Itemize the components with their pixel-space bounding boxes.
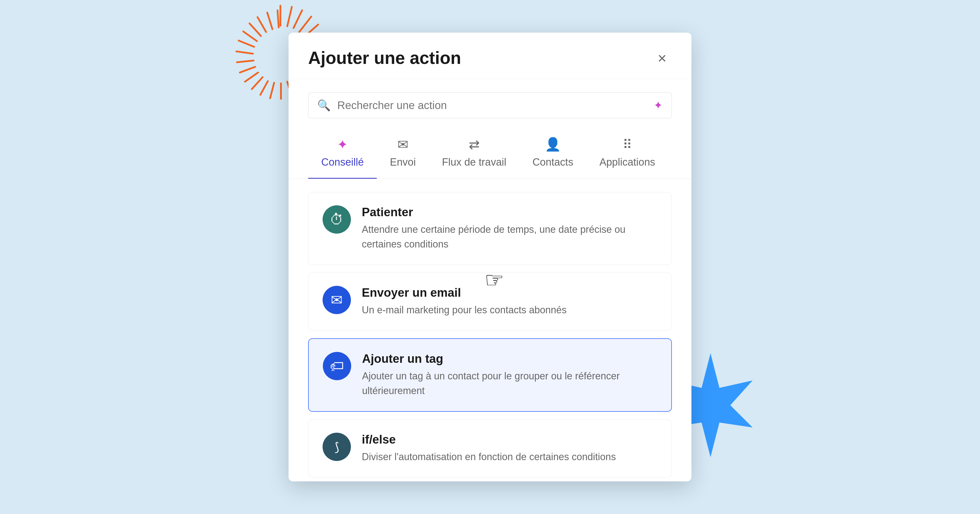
svg-line-21 (239, 41, 254, 47)
modal-header: Ajouter une action × (288, 33, 692, 79)
email-title: Envoyer un email (362, 286, 566, 300)
svg-line-22 (243, 32, 257, 41)
action-envoyer-email[interactable]: ✉ Envoyer un email Un e-mail marketing p… (308, 273, 672, 331)
tag-text: Ajouter un tag Ajouter un tag à un conta… (362, 352, 657, 398)
svg-line-14 (270, 83, 274, 98)
svg-line-25 (267, 13, 272, 29)
svg-line-2 (293, 10, 302, 28)
svg-line-23 (250, 24, 261, 36)
search-icon: 🔍 (317, 99, 331, 112)
tag-desc: Ajouter un tag à un contact pour le grou… (362, 369, 657, 398)
tab-applications-label: Applications (600, 156, 655, 168)
tag-icon: 🏷 (323, 352, 351, 380)
tab-conseille[interactable]: ✦ Conseillé (308, 132, 377, 179)
tab-contacts-label: Contacts (533, 156, 573, 168)
tab-contacts-icon: 👤 (545, 137, 561, 152)
tag-title: Ajouter un tag (362, 352, 657, 365)
tab-envoi-icon: ✉ (398, 137, 408, 152)
action-ifelse[interactable]: ⟆ if/else Diviser l'automatisation en fo… (308, 419, 672, 478)
patienter-icon: ⏱ (323, 205, 351, 233)
tab-conseille-label: Conseillé (321, 156, 364, 168)
tab-flux[interactable]: ⇄ Flux de travail (429, 132, 519, 179)
search-wrapper: 🔍 ✦ (308, 92, 672, 118)
tab-flux-icon: ⇄ (469, 137, 480, 152)
tab-applications[interactable]: ⠿ Applications (586, 132, 668, 179)
email-text: Envoyer un email Un e-mail marketing pou… (362, 286, 566, 317)
ifelse-title: if/else (362, 433, 616, 446)
email-desc: Un e-mail marketing pour les contacts ab… (362, 303, 566, 317)
ifelse-desc: Diviser l'automatisation en fonction de … (362, 449, 616, 464)
svg-line-17 (245, 73, 258, 82)
svg-line-1 (287, 7, 292, 26)
action-patienter[interactable]: ⏱ Patienter Attendre une certaine périod… (308, 192, 672, 265)
search-container: 🔍 ✦ (288, 79, 692, 118)
modal-dialog: Ajouter une action × 🔍 ✦ ✦ Conseillé ✉ E… (288, 33, 692, 481)
ifelse-icon: ⟆ (323, 433, 351, 461)
tab-envoi-label: Envoi (390, 156, 416, 168)
tabs-container: ✦ Conseillé ✉ Envoi ⇄ Flux de travail 👤 … (288, 118, 692, 179)
tab-contacts[interactable]: 👤 Contacts (519, 132, 586, 179)
svg-line-15 (261, 81, 268, 95)
patienter-title: Patienter (362, 205, 657, 219)
tab-conseille-icon: ✦ (337, 137, 348, 152)
ifelse-text: if/else Diviser l'automatisation en fonc… (362, 433, 616, 464)
actions-list: ⏱ Patienter Attendre une certaine périod… (288, 179, 692, 481)
svg-line-19 (237, 61, 253, 62)
patienter-desc: Attendre une certaine période de temps, … (362, 222, 657, 252)
close-button[interactable]: × (652, 48, 672, 68)
tab-envoi[interactable]: ✉ Envoi (377, 132, 429, 179)
svg-line-24 (258, 17, 266, 32)
svg-line-18 (240, 67, 255, 73)
tab-applications-icon: ⠿ (622, 137, 632, 152)
svg-line-16 (252, 77, 263, 89)
ai-magic-icon: ✦ (654, 99, 663, 111)
search-input[interactable] (337, 99, 647, 111)
patienter-text: Patienter Attendre une certaine période … (362, 205, 657, 252)
svg-line-3 (299, 17, 311, 32)
email-icon: ✉ (323, 286, 351, 314)
action-ajouter-tag[interactable]: 🏷 Ajouter un tag Ajouter un tag à un con… (308, 338, 672, 412)
svg-line-26 (278, 10, 279, 27)
modal-title: Ajouter une action (308, 48, 461, 68)
svg-line-20 (236, 51, 253, 54)
tab-flux-label: Flux de travail (442, 156, 506, 168)
